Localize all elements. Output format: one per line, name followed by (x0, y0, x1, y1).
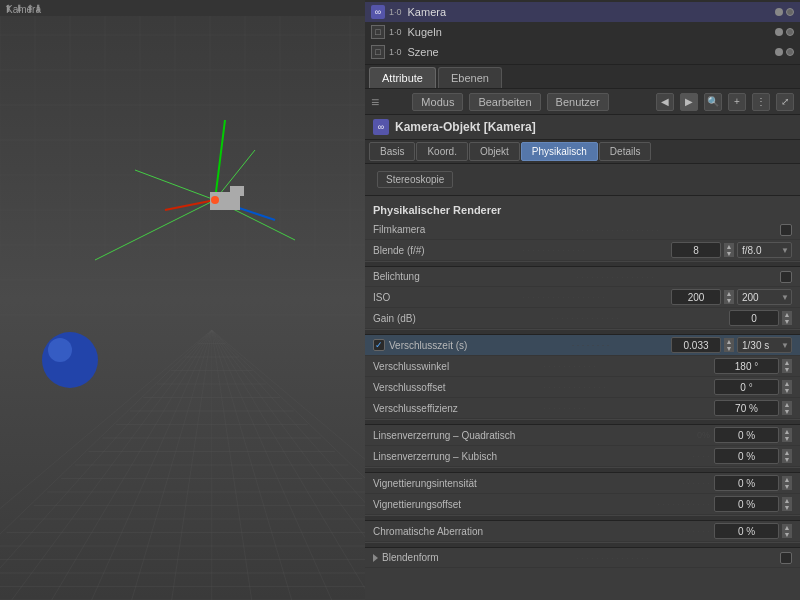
blende-dropdown[interactable]: f/8.0 (737, 242, 792, 258)
add-icon[interactable]: + (728, 93, 746, 111)
verschlusszeit-label: Verschlusszeit (s) (389, 340, 467, 351)
object-item-kugeln[interactable]: □ 1·0 Kugeln (365, 22, 800, 42)
linsenv-kub-down[interactable]: ▼ (782, 456, 792, 463)
arrow-right-icon[interactable]: ▶ (680, 93, 698, 111)
tab-bar: Attribute Ebenen (365, 65, 800, 89)
stereo-button[interactable]: Stereoskopie (377, 171, 453, 188)
linsenv-kub-label: Linsenverzerrung – Kubisch (373, 451, 497, 462)
infinity-icon: ∞ (373, 119, 389, 135)
szene-label: Szene (408, 46, 439, 58)
verschlusszeit-input[interactable] (671, 337, 721, 353)
prop-verschlussoffset: Verschlussoffset · · · · · · · · · · · ·… (365, 377, 800, 398)
kugeln-label: Kugeln (408, 26, 442, 38)
prop-linsenv-kub: Linsenverzerrung – Kubisch · · · · ▲ ▼ (365, 446, 800, 467)
prop-blende: Blende (f/#) · · · · · · · · · · · · · ▲… (365, 240, 800, 261)
iso-dropdown[interactable]: 200 (737, 289, 792, 305)
object-header: ∞ Kamera-Objekt [Kamera] (365, 115, 800, 140)
linsenv-kub-up[interactable]: ▲ (782, 449, 792, 456)
benutzer-button[interactable]: Benutzer (547, 93, 609, 111)
prop-tab-details[interactable]: Details (599, 142, 652, 161)
blende-input[interactable] (671, 242, 721, 258)
verschlusszeit-up[interactable]: ▲ (724, 338, 734, 345)
iso-down[interactable]: ▼ (724, 297, 734, 304)
kugeln-icon: □ (371, 25, 385, 39)
prop-tab-basis[interactable]: Basis (369, 142, 415, 161)
more-icon[interactable]: ⋮ (752, 93, 770, 111)
iso-up[interactable]: ▲ (724, 290, 734, 297)
vignett-int-input[interactable] (714, 475, 779, 491)
viewport: Kamera (0, 0, 365, 600)
modus-button[interactable]: Modus (412, 93, 463, 111)
search-icon[interactable]: 🔍 (704, 93, 722, 111)
arrow-left-icon[interactable]: ◀ (656, 93, 674, 111)
verschlussoffset-input[interactable] (714, 379, 779, 395)
object-item-kamera[interactable]: ∞ 1·0 Kamera (365, 2, 800, 22)
linsenv-quad-input[interactable] (714, 427, 779, 443)
prop-blendenform: Blendenform · · · · · · · · · · · · · · … (365, 548, 800, 568)
verschlusswinkel-down[interactable]: ▼ (782, 366, 792, 373)
gain-spinner: ▲ ▼ (782, 311, 792, 325)
prop-vignett-int: Vignettierungsintensität · · · · · · ▲ ▼ (365, 473, 800, 494)
verschlussoffset-label: Verschlussoffset (373, 382, 446, 393)
vignett-off-input[interactable] (714, 496, 779, 512)
verschlusseffizienz-label: Verschlusseffizienz (373, 403, 458, 414)
verschlussoffset-up[interactable]: ▲ (782, 380, 792, 387)
blendenform-checkbox[interactable] (780, 552, 792, 564)
tab-ebenen[interactable]: Ebenen (438, 67, 502, 88)
verschlusszeit-dropdown[interactable]: 1/30 s (737, 337, 792, 353)
section-header: Physikalischer Renderer (365, 200, 800, 220)
blende-down[interactable]: ▼ (724, 250, 734, 257)
linsenv-quad-spinner: ▲ ▼ (782, 428, 792, 442)
verschlusszeit-checkbox[interactable] (373, 339, 385, 351)
chrom-ab-input[interactable] (714, 523, 779, 539)
verschlusseffizienz-up[interactable]: ▲ (782, 401, 792, 408)
gain-down[interactable]: ▼ (782, 318, 792, 325)
filmkamera-label: Filmkamera (373, 224, 425, 235)
prop-tab-koord[interactable]: Koord. (416, 142, 467, 161)
gain-up[interactable]: ▲ (782, 311, 792, 318)
belichtung-label: Belichtung (373, 271, 420, 282)
filmkamera-checkbox[interactable] (780, 224, 792, 236)
prop-tab-physikalisch[interactable]: Physikalisch (521, 142, 598, 161)
blendenform-triangle[interactable] (373, 554, 378, 562)
chrom-ab-up[interactable]: ▲ (782, 524, 792, 531)
blende-up[interactable]: ▲ (724, 243, 734, 250)
chrom-ab-down[interactable]: ▼ (782, 531, 792, 538)
bearbeiten-button[interactable]: Bearbeiten (469, 93, 540, 111)
verschlusswinkel-up[interactable]: ▲ (782, 359, 792, 366)
object-item-szene[interactable]: □ 1·0 Szene (365, 42, 800, 62)
vignett-off-up[interactable]: ▲ (782, 497, 792, 504)
linsenv-quad-up[interactable]: ▲ (782, 428, 792, 435)
verschlusswinkel-input[interactable] (714, 358, 779, 374)
vignett-off-spinner: ▲ ▼ (782, 497, 792, 511)
linsenv-quad-label: Linsenverzerrung – Quadratisch (373, 430, 515, 441)
vignett-int-up[interactable]: ▲ (782, 476, 792, 483)
blende-label: Blende (f/#) (373, 245, 425, 256)
iso-input1[interactable] (671, 289, 721, 305)
verschlussoffset-down[interactable]: ▼ (782, 387, 792, 394)
blendenform-label: Blendenform (382, 552, 439, 563)
belichtung-checkbox[interactable] (780, 271, 792, 283)
expand-icon[interactable]: ⤢ (776, 93, 794, 111)
verschlusseffizienz-input[interactable] (714, 400, 779, 416)
linsenv-quad-down[interactable]: ▼ (782, 435, 792, 442)
verschlusswinkel-label: Verschlusswinkel (373, 361, 449, 372)
gain-input[interactable] (729, 310, 779, 326)
verschlusseffizienz-down[interactable]: ▼ (782, 408, 792, 415)
vignett-int-down[interactable]: ▼ (782, 483, 792, 490)
prop-filmkamera: Filmkamera · · · · · · · · · · · · · · ·… (365, 220, 800, 240)
prop-gain: Gain (dB) · · · · · · · · · · · · · · ▲ … (365, 308, 800, 329)
linsenv-kub-input[interactable] (714, 448, 779, 464)
verschlusszeit-down[interactable]: ▼ (724, 345, 734, 352)
prop-belichtung: Belichtung · · · · · · · · · · · · · · ·… (365, 267, 800, 287)
vignett-int-label: Vignettierungsintensität (373, 478, 477, 489)
gain-label: Gain (dB) (373, 313, 416, 324)
verschlusswinkel-spinner: ▲ ▼ (782, 359, 792, 373)
blende-spinner: ▲ ▼ (724, 243, 734, 257)
kamera-label: Kamera (408, 6, 447, 18)
toolbar: ≡ Modus Bearbeiten Benutzer ◀ ▶ 🔍 + ⋮ ⤢ (365, 89, 800, 115)
iso-label: ISO (373, 292, 390, 303)
vignett-off-down[interactable]: ▼ (782, 504, 792, 511)
prop-tab-objekt[interactable]: Objekt (469, 142, 520, 161)
tab-attribute[interactable]: Attribute (369, 67, 436, 88)
